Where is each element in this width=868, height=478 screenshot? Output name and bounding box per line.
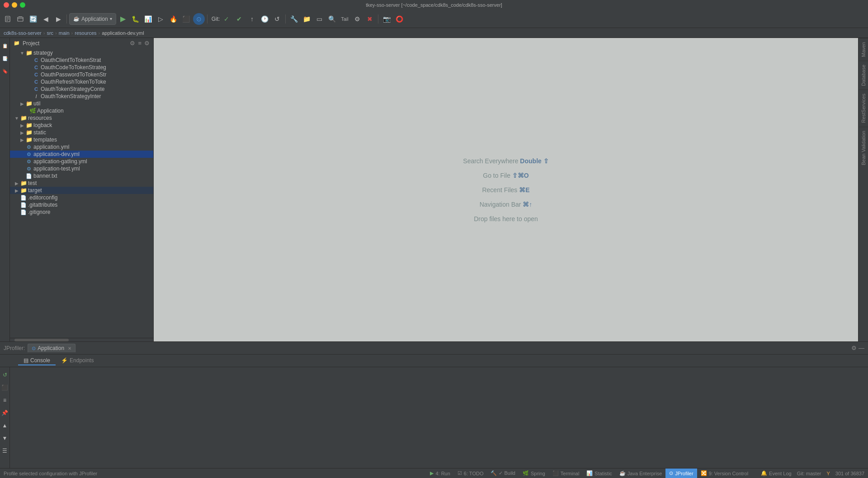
maximize-button[interactable] — [20, 2, 25, 8]
jprofiler-tab-close[interactable]: ✕ — [68, 346, 71, 351]
breadcrumb-src[interactable]: src — [47, 30, 53, 36]
run-btn[interactable]: ▶ — [117, 13, 129, 25]
record-btn[interactable]: ⭕ — [393, 13, 405, 25]
tree-item-OauthTokenStrategyInter[interactable]: I OauthTokenStrategyInter — [10, 93, 153, 100]
run-config-selector[interactable]: ☕ Application ▾ — [69, 13, 116, 25]
left-sidebar-structure-btn[interactable]: 📑 — [0, 52, 11, 64]
hint-search-everywhere: Search Everywhere Double ⇧ — [463, 157, 548, 165]
project-panel-header: 📁 Project ⚙ ≡ ⚙ — [10, 38, 153, 48]
status-tab-run[interactable]: ▶ 4: Run — [426, 469, 453, 478]
status-tab-todo[interactable]: ☑ 6: TODO — [454, 469, 487, 478]
tree-item-gitattributes[interactable]: 📄 .gitattributes — [10, 201, 153, 208]
project-options-btn[interactable]: ⚙ — [144, 40, 150, 47]
panel-minimize-btn[interactable]: — — [859, 345, 864, 351]
git-rollback-btn[interactable]: ↺ — [271, 13, 283, 25]
close-button[interactable] — [4, 2, 9, 8]
breadcrumb-root[interactable]: cdk8s-sso-server — [4, 30, 42, 36]
status-tab-java-enterprise[interactable]: ☕ Java Enterprise — [616, 469, 665, 478]
tree-item-application-yml[interactable]: ⚙ application.yml — [10, 143, 153, 151]
event-log-btn[interactable]: 🔔 Event Log — [761, 470, 792, 476]
status-tab-terminal[interactable]: ⬛ Terminal — [549, 469, 583, 478]
tree-item-OauthClientToTokenStrat[interactable]: C OauthClientToTokenStrat — [10, 57, 153, 64]
git-history-btn[interactable]: 🕐 — [259, 13, 270, 25]
screenshot-btn[interactable]: 📷 — [381, 13, 392, 25]
tab-endpoints[interactable]: ⚡ Endpoints — [56, 356, 99, 365]
git-commit-btn[interactable]: ✔ — [233, 13, 245, 25]
tree-item-test[interactable]: ▶ 📁 test — [10, 180, 153, 187]
status-tab-jprofiler[interactable]: ⊙ JProfiler — [665, 469, 697, 478]
panel-settings-btn[interactable]: ⚙ — [851, 345, 857, 351]
right-tab-database[interactable]: Database — [859, 61, 868, 90]
hint-drop-files: Drop files here to open — [474, 215, 538, 222]
git-branch-indicator[interactable]: Git: master — [797, 471, 821, 476]
status-tab-version-control[interactable]: 🔀 9: Version Control — [697, 469, 752, 478]
tree-item-OauthPasswordToTokenStr[interactable]: C OauthPasswordToTokenStr — [10, 71, 153, 78]
spring-app-icon: 🌿 — [29, 108, 36, 114]
right-tab-rest-services[interactable]: RestServices — [859, 90, 868, 127]
stop-btn[interactable]: ⬛ — [180, 13, 192, 25]
breadcrumb-resources[interactable]: resources — [75, 30, 96, 36]
git-push-btn[interactable]: ↑ — [246, 13, 258, 25]
jprofiler-btn[interactable]: ⊙ — [193, 13, 205, 25]
profile-btn[interactable]: ▷ — [155, 13, 167, 25]
tree-item-OauthRefreshTokenToToke[interactable]: C OauthRefreshTokenToToke — [10, 78, 153, 85]
project-structure-btn[interactable]: 📁 — [301, 13, 312, 25]
settings-btn[interactable]: 🔧 — [288, 13, 300, 25]
line-info[interactable]: 301 of 36837 — [835, 471, 864, 476]
status-tab-spring[interactable]: 🌿 Spring — [519, 469, 549, 478]
tree-item-application-gatling-yml[interactable]: ⚙ application-gatling.yml — [10, 158, 153, 165]
breadcrumb-main[interactable]: main — [59, 30, 70, 36]
tree-item-gitignore[interactable]: 📄 .gitignore — [10, 208, 153, 216]
bottom-action-pin[interactable]: 📌 — [0, 407, 11, 419]
debug-btn[interactable]: 🐛 — [130, 13, 142, 25]
bottom-action-down[interactable]: ▼ — [0, 432, 11, 444]
tree-item-static[interactable]: ▶ 📁 static — [10, 129, 153, 136]
tree-item-resources[interactable]: ▼ 📁 resources — [10, 114, 153, 122]
bottom-action-up[interactable]: ▲ — [0, 420, 11, 431]
bottom-action-stop[interactable]: ⬛ — [0, 382, 11, 393]
tree-item-editorconfig[interactable]: 📄 .editorconfig — [10, 194, 153, 201]
tail-btn[interactable]: Tail — [339, 13, 350, 25]
tree-item-target[interactable]: ▶ 📁 target — [10, 187, 153, 194]
tree-item-OauthTokenStrategyConte[interactable]: C OauthTokenStrategyConte — [10, 85, 153, 93]
tree-arrow-resources: ▼ — [14, 116, 20, 121]
forward-btn[interactable]: ▶ — [52, 13, 64, 25]
run-fire-btn[interactable]: 🔥 — [168, 13, 179, 25]
tree-item-templates[interactable]: ▶ 📁 templates — [10, 136, 153, 143]
jprofiler-tab[interactable]: ⊙ Application ✕ — [28, 344, 75, 352]
git-update-btn[interactable]: ✓ — [221, 13, 232, 25]
tree-item-OauthCodeToTokenStrateg[interactable]: C OauthCodeToTokenStrateg — [10, 64, 153, 71]
bottom-action-layout[interactable]: ≡ — [0, 394, 11, 406]
right-tab-maven[interactable]: Maven — [859, 38, 868, 61]
tree-item-application-dev-yml[interactable]: ⚙ application-dev.yml — [10, 151, 153, 158]
project-settings-btn[interactable]: ⚙ — [130, 40, 135, 47]
tree-item-logback[interactable]: ▶ 📁 logback — [10, 122, 153, 129]
gitignore-icon: 📄 — [20, 209, 27, 215]
run-with-coverage-btn[interactable]: 📊 — [142, 13, 154, 25]
search-btn[interactable]: 🔍 — [326, 13, 338, 25]
left-sidebar-bookmark-btn[interactable]: 🔖 — [0, 65, 11, 77]
right-tab-bean-validation[interactable]: Bean Validation — [859, 127, 868, 169]
tail-settings-btn[interactable]: ⚙ — [351, 13, 363, 25]
minimize-button[interactable] — [12, 2, 17, 8]
tree-item-application-test-yml[interactable]: ⚙ application-test.yml — [10, 165, 153, 172]
endpoints-label: Endpoints — [70, 357, 94, 364]
left-sidebar-project-btn[interactable]: 📋 — [0, 40, 11, 52]
tab-console[interactable]: ▤ Console — [18, 356, 56, 365]
tree-item-util[interactable]: ▶ 📁 util — [10, 100, 153, 107]
horizontal-scrollbar[interactable] — [10, 338, 153, 341]
status-tab-build[interactable]: 🔨 ✓ Build — [487, 469, 519, 478]
tree-item-banner-txt[interactable]: 📄 banner.txt — [10, 172, 153, 180]
tree-item-strategy[interactable]: ▼ 📁 strategy — [10, 49, 153, 57]
bottom-action-list[interactable]: ☰ — [0, 445, 11, 457]
file-btn[interactable] — [2, 13, 14, 25]
refresh-btn[interactable]: 🔄 — [27, 13, 39, 25]
bottom-action-restart[interactable]: ↺ — [0, 369, 11, 381]
status-tab-statistic[interactable]: 📊 Statistic — [583, 469, 616, 478]
tree-item-application[interactable]: 🌿 Application — [10, 107, 153, 114]
open-btn[interactable] — [14, 13, 26, 25]
back-btn[interactable]: ◀ — [40, 13, 52, 25]
tail-stop-btn[interactable]: ✖ — [364, 13, 376, 25]
project-collapse-btn[interactable]: ≡ — [138, 40, 142, 47]
split-btn[interactable]: ▭ — [313, 13, 325, 25]
